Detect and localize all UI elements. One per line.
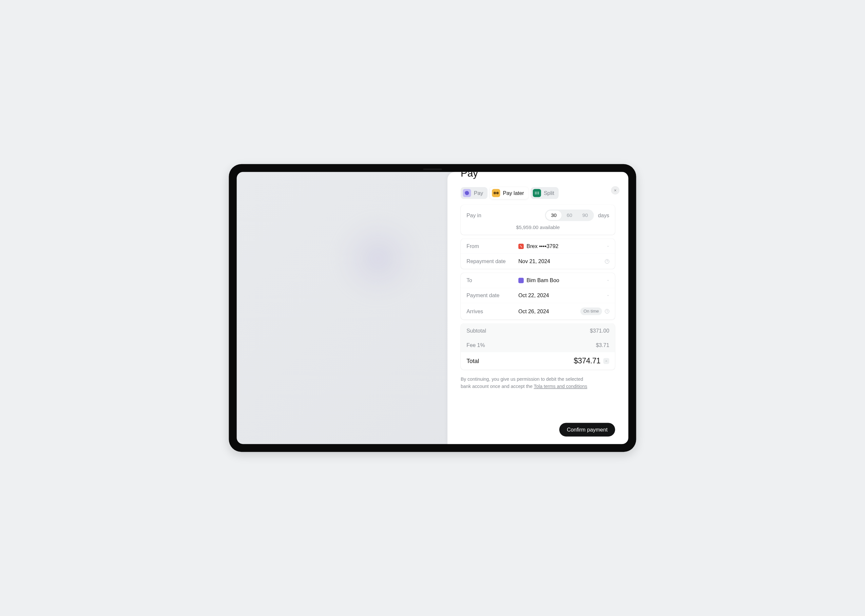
pay-in-label: Pay in: [466, 212, 481, 218]
subtotal-row: Subtotal $371.00: [461, 324, 615, 338]
to-payment-card: To Bim Bam Boo Payment date Oct 22, 2024: [461, 273, 615, 319]
payment-date-value: Oct 22, 2024: [518, 292, 549, 299]
arrives-row: Arrives Oct 26, 2024 On time ?: [461, 303, 615, 319]
chevron-down-icon: [607, 294, 609, 297]
terms-link[interactable]: Tola terms and conditions: [534, 384, 587, 389]
tab-pay[interactable]: Pay: [461, 187, 488, 199]
help-icon[interactable]: ?: [605, 259, 609, 264]
tab-label: Split: [544, 190, 554, 196]
pay-icon: [463, 189, 471, 197]
days-segment: 30 60 90: [545, 210, 594, 221]
repayment-label: Repayment date: [466, 258, 518, 264]
payment-date-label: Payment date: [466, 292, 518, 299]
to-row[interactable]: To Bim Bam Boo: [461, 273, 615, 288]
from-label: From: [466, 243, 518, 249]
subtotal-label: Subtotal: [466, 328, 486, 334]
fee-row: Fee 1% $3.71: [461, 338, 615, 352]
page-title: Pay: [447, 172, 628, 175]
fee-label: Fee 1%: [466, 342, 485, 348]
to-label: To: [466, 277, 518, 283]
tab-pay-later[interactable]: Pay later: [490, 187, 529, 199]
arrives-value: Oct 26, 2024: [518, 308, 549, 314]
payment-tabs: Pay Pay later Split: [447, 180, 628, 199]
total-row: Total $374.71: [461, 352, 615, 369]
pay-later-icon: [492, 189, 500, 197]
to-payee: Bim Bam Boo: [526, 277, 559, 283]
from-row[interactable]: From Brex ••••3792: [461, 239, 615, 254]
subtotal-value: $371.00: [590, 328, 609, 334]
chevron-up-icon: [605, 360, 608, 362]
repayment-date-row: Repayment date Nov 21, 2024 ?: [461, 254, 615, 269]
help-icon[interactable]: ?: [605, 309, 609, 313]
fee-value: $3.71: [596, 342, 609, 348]
chevron-down-icon: [607, 245, 609, 248]
confirm-payment-button[interactable]: Confirm payment: [559, 423, 615, 437]
chevron-down-icon: [607, 279, 609, 282]
from-account: Brex ••••3792: [526, 243, 558, 249]
summary-card: Subtotal $371.00 Fee 1% $3.71 Total $374…: [461, 324, 615, 370]
tab-label: Pay later: [503, 190, 524, 196]
days-option-30[interactable]: 30: [546, 211, 562, 220]
available-amount: $5,959.00 available: [466, 225, 609, 230]
payment-panel: Pay Pay Pay later: [447, 172, 628, 444]
repayment-value: Nov 21, 2024: [518, 258, 550, 264]
panel-content: Pay in 30 60 90 days $5,959.00 available: [447, 199, 628, 417]
collapse-summary-button[interactable]: [603, 358, 609, 364]
screen: Pay Pay Pay later: [237, 172, 628, 444]
payee-icon: [518, 278, 524, 283]
close-icon: [614, 189, 617, 192]
tab-split[interactable]: Split: [531, 187, 559, 199]
close-button[interactable]: [611, 186, 620, 195]
tablet-device-frame: Pay Pay Pay later: [229, 164, 636, 452]
total-label: Total: [466, 357, 479, 365]
days-option-60[interactable]: 60: [562, 211, 577, 220]
split-icon: [533, 189, 541, 197]
payment-date-row[interactable]: Payment date Oct 22, 2024: [461, 288, 615, 303]
terms-text: By continuing, you give us permission to…: [461, 376, 590, 390]
tab-label: Pay: [474, 190, 483, 196]
days-option-90[interactable]: 90: [577, 211, 593, 220]
background-blur: [338, 219, 419, 298]
days-unit: days: [598, 212, 609, 218]
arrives-label: Arrives: [466, 308, 518, 314]
brex-icon: [518, 244, 524, 249]
total-value: $374.71: [574, 357, 601, 365]
from-repayment-card: From Brex ••••3792 Repayment date: [461, 239, 615, 269]
panel-footer: Confirm payment: [447, 417, 628, 444]
status-badge: On time: [580, 308, 602, 315]
pay-in-card: Pay in 30 60 90 days $5,959.00 available: [461, 205, 615, 235]
